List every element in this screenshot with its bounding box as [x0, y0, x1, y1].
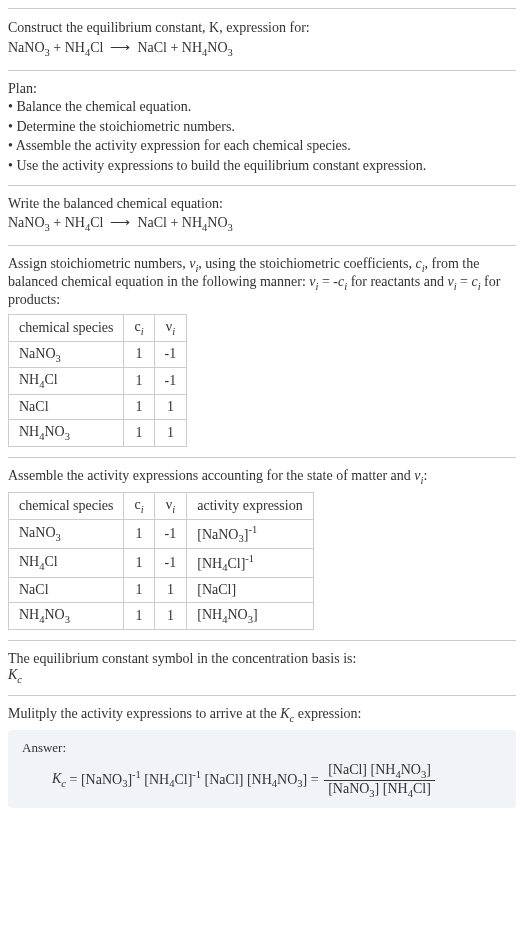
v-cell: 1 [154, 578, 187, 603]
v-cell: -1 [154, 341, 187, 368]
table-row: NaNO3 1 -1 [9, 341, 187, 368]
table-header-row: chemical species ci νi [9, 314, 187, 341]
c-cell: 1 [124, 578, 154, 603]
plan-item: • Determine the stoichiometric numbers. [8, 117, 516, 137]
table-header: activity expression [187, 492, 313, 519]
c-cell: 1 [124, 519, 154, 548]
v-cell: 1 [154, 420, 187, 447]
v-cell: 1 [154, 395, 187, 420]
species-cell: NaCl [9, 395, 124, 420]
stoich-table: chemical species ci νi NaNO3 1 -1 NH4Cl … [8, 314, 187, 447]
problem-intro: Construct the equilibrium constant, K, e… [8, 19, 516, 37]
table-header-row: chemical species ci νi activity expressi… [9, 492, 314, 519]
table-row: NH4NO3 1 1 [NH4NO3] [9, 603, 314, 630]
c-cell: 1 [124, 368, 154, 395]
final-heading: Mulitply the activity expressions to arr… [8, 706, 516, 724]
table-row: NaCl 1 1 [9, 395, 187, 420]
species-cell: NaCl [9, 578, 124, 603]
plan-heading: Plan: [8, 81, 516, 97]
symbol-value: Kc [8, 667, 516, 685]
table-header: chemical species [9, 314, 124, 341]
answer-expression: Kc = [NaNO3]-1 [NH4Cl]-1 [NaCl] [NH4NO3]… [22, 762, 502, 799]
species-cell: NaNO3 [9, 341, 124, 368]
plan-section: Plan: • Balance the chemical equation. •… [8, 70, 516, 185]
final-section: Mulitply the activity expressions to arr… [8, 695, 516, 818]
table-row: NH4Cl 1 -1 [9, 368, 187, 395]
stoich-section: Assign stoichiometric numbers, νi, using… [8, 245, 516, 457]
species-cell: NH4Cl [9, 548, 124, 577]
table-row: NaNO3 1 -1 [NaNO3]-1 [9, 519, 314, 548]
c-cell: 1 [124, 548, 154, 577]
v-cell: -1 [154, 519, 187, 548]
activity-heading: Assemble the activity expressions accoun… [8, 468, 516, 486]
species-cell: NH4Cl [9, 368, 124, 395]
table-row: NH4Cl 1 -1 [NH4Cl]-1 [9, 548, 314, 577]
plan-item: • Use the activity expressions to build … [8, 156, 516, 176]
c-cell: 1 [124, 395, 154, 420]
v-cell: 1 [154, 603, 187, 630]
c-cell: 1 [124, 341, 154, 368]
stoich-heading: Assign stoichiometric numbers, νi, using… [8, 256, 516, 308]
plan-item: • Assemble the activity expression for e… [8, 136, 516, 156]
expr-cell: [NH4Cl]-1 [187, 548, 313, 577]
answer-box: Answer: Kc = [NaNO3]-1 [NH4Cl]-1 [NaCl] … [8, 730, 516, 809]
c-cell: 1 [124, 603, 154, 630]
c-cell: 1 [124, 420, 154, 447]
activity-section: Assemble the activity expressions accoun… [8, 457, 516, 640]
problem-section: Construct the equilibrium constant, K, e… [8, 8, 516, 70]
table-row: NH4NO3 1 1 [9, 420, 187, 447]
table-header: ci [124, 492, 154, 519]
expr-cell: [NH4NO3] [187, 603, 313, 630]
expr-cell: [NaNO3]-1 [187, 519, 313, 548]
table-header: ci [124, 314, 154, 341]
problem-equation: NaNO3 + NH4Cl ⟶ NaCl + NH4NO3 [8, 37, 516, 60]
table-header: chemical species [9, 492, 124, 519]
table-row: NaCl 1 1 [NaCl] [9, 578, 314, 603]
answer-label: Answer: [22, 740, 502, 756]
v-cell: -1 [154, 548, 187, 577]
plan-item: • Balance the chemical equation. [8, 97, 516, 117]
expr-cell: [NaCl] [187, 578, 313, 603]
balanced-equation: NaNO3 + NH4Cl ⟶ NaCl + NH4NO3 [8, 212, 516, 235]
v-cell: -1 [154, 368, 187, 395]
symbol-section: The equilibrium constant symbol in the c… [8, 640, 516, 695]
balanced-section: Write the balanced chemical equation: Na… [8, 185, 516, 245]
activity-table: chemical species ci νi activity expressi… [8, 492, 314, 631]
species-cell: NH4NO3 [9, 420, 124, 447]
table-header: νi [154, 492, 187, 519]
species-cell: NH4NO3 [9, 603, 124, 630]
symbol-heading: The equilibrium constant symbol in the c… [8, 651, 516, 667]
balanced-heading: Write the balanced chemical equation: [8, 196, 516, 212]
table-header: νi [154, 314, 187, 341]
species-cell: NaNO3 [9, 519, 124, 548]
